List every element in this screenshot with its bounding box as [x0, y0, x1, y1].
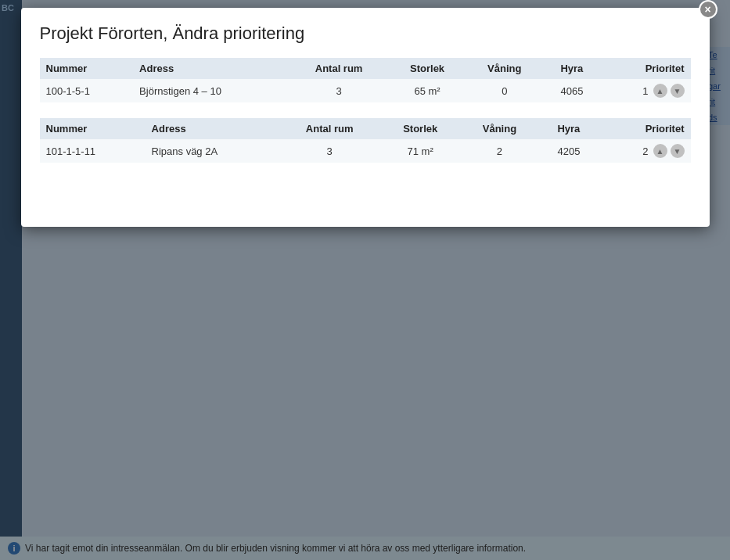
modal-overlay: × Projekt Förorten, Ändra prioritering N…: [0, 0, 730, 560]
cell-nummer: 100-1-5-1: [40, 79, 134, 102]
priority-up-button[interactable]: ▲: [653, 144, 667, 158]
priority-table-2: Nummer Adress Antal rum Storlek Våning H…: [40, 118, 691, 163]
cell-hyra: 4205: [539, 139, 599, 163]
priority-down-button[interactable]: ▼: [671, 144, 685, 158]
cell-vaning: 2: [460, 139, 539, 163]
cell-prioritet: 1 ▲ ▼: [601, 79, 690, 102]
table-row: 101-1-1-11 Ripans väg 2A 3 71 m² 2 4205 …: [40, 139, 691, 163]
cell-antal-rum: 3: [289, 79, 389, 102]
cell-storlek: 71 m²: [380, 139, 460, 163]
table-row: 100-1-5-1 Björnstigen 4 – 10 3 65 m² 0 4…: [40, 79, 691, 102]
cell-hyra: 4065: [543, 79, 601, 102]
col-vaning-1: Våning: [466, 58, 543, 79]
cell-adress: Björnstigen 4 – 10: [133, 79, 289, 102]
col-storlek-2: Storlek: [380, 118, 460, 139]
close-button[interactable]: ×: [699, 0, 717, 19]
cell-antal-rum: 3: [279, 139, 380, 163]
cell-prioritet: 2 ▲ ▼: [599, 139, 691, 163]
modal-dialog: × Projekt Förorten, Ändra prioritering N…: [21, 8, 710, 227]
cell-adress: Ripans väg 2A: [146, 139, 279, 163]
col-vaning-2: Våning: [460, 118, 539, 139]
table2-header-row: Nummer Adress Antal rum Storlek Våning H…: [40, 118, 691, 139]
priority-up-button[interactable]: ▲: [653, 84, 667, 98]
col-prioritet-1: Prioritet: [601, 58, 690, 79]
priority-value: 2: [642, 145, 648, 157]
modal-title: Projekt Förorten, Ändra prioritering: [40, 23, 691, 44]
priority-table-1: Nummer Adress Antal rum Storlek Våning H…: [40, 58, 691, 102]
cell-nummer: 101-1-1-11: [40, 139, 146, 163]
table1-header-row: Nummer Adress Antal rum Storlek Våning H…: [40, 58, 691, 79]
cell-vaning: 0: [466, 79, 543, 102]
col-nummer-2: Nummer: [40, 118, 146, 139]
cell-storlek: 65 m²: [388, 79, 466, 102]
priority-controls: ▲ ▼: [653, 84, 685, 98]
col-hyra-1: Hyra: [543, 58, 601, 79]
priority-cell: 2 ▲ ▼: [605, 144, 685, 158]
col-nummer-1: Nummer: [40, 58, 134, 79]
col-prioritet-2: Prioritet: [599, 118, 691, 139]
priority-down-button[interactable]: ▼: [671, 84, 685, 98]
col-adress-2: Adress: [146, 118, 279, 139]
col-antal-rum-2: Antal rum: [279, 118, 380, 139]
priority-value: 1: [642, 85, 648, 97]
priority-controls: ▲ ▼: [653, 144, 685, 158]
col-hyra-2: Hyra: [539, 118, 599, 139]
col-storlek-1: Storlek: [388, 58, 466, 79]
col-antal-rum-1: Antal rum: [289, 58, 389, 79]
col-adress-1: Adress: [133, 58, 289, 79]
priority-cell: 1 ▲ ▼: [607, 84, 684, 98]
